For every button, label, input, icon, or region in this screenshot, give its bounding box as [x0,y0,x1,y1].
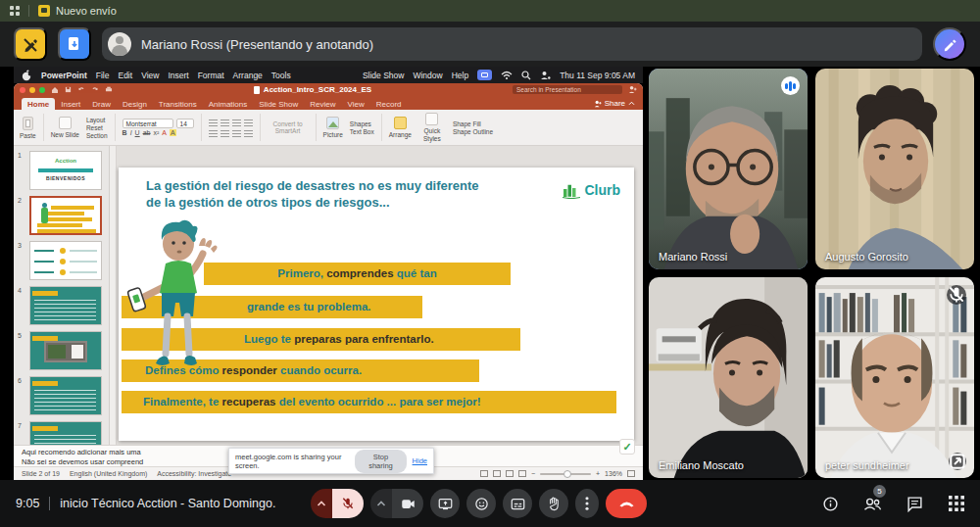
video-tile-mariano[interactable]: Mariano Rossi [649,69,808,269]
shape-outline-button[interactable]: Shape Outline [453,128,493,135]
more-options-button[interactable] [575,489,599,518]
mic-options-button[interactable] [311,489,332,518]
thumbnail-text-lines [34,435,96,445]
quick-styles-button[interactable]: Quick Styles [418,113,446,141]
slide-thumbnail-6[interactable]: 6 [18,376,106,415]
camera-toggle-button[interactable] [392,489,423,518]
vertical-ruler [110,146,117,445]
ribbon-tab-review[interactable]: Review [304,98,341,110]
speaking-indicator-icon [781,76,800,95]
ribbon-tab-design[interactable]: Design [117,98,153,110]
raise-hand-button[interactable] [539,489,568,518]
sorter-view-icon[interactable] [493,470,501,477]
camera-options-button[interactable] [370,489,392,518]
ribbon-tab-record[interactable]: Record [370,98,408,110]
section-button[interactable]: Section [86,132,108,139]
font-size-select[interactable]: 14 [176,119,194,128]
convert-smartart-button[interactable]: Convert to SmartArt [268,120,309,134]
presenter-pill[interactable]: Mariano Rossi (Presentando y anotando) [102,27,922,61]
mic-mute-button[interactable] [332,489,364,518]
meeting-details-button[interactable] [820,494,840,513]
ribbon-tab-transitions[interactable]: Transitions [153,98,203,110]
mac-menu-help[interactable]: Help [452,71,468,80]
ppt-body: 1AcctionBIENVENIDOS234567 La gestión del… [14,146,643,445]
mac-menu-tools[interactable]: Tools [271,71,291,80]
normal-view-icon[interactable] [480,470,488,477]
mac-menu-insert[interactable]: Insert [168,71,188,80]
ribbon-tab-animations[interactable]: Animations [203,98,254,110]
zoom-in-button[interactable]: + [596,470,600,477]
slide-thumbnail-4[interactable]: 4 [18,286,106,325]
mac-menu-view[interactable]: View [141,71,159,80]
paste-button[interactable]: Paste [20,117,36,139]
present-doc-button[interactable] [58,27,91,61]
font-name-select[interactable]: Montserrat [122,119,173,128]
apps-grid-icon[interactable] [10,6,20,16]
hide-toast-link[interactable]: Hide [413,456,427,465]
reactions-button[interactable] [466,489,496,518]
layout-group: Layout Reset Section [86,117,108,139]
mac-menu-slide-show[interactable]: Slide Show [363,71,405,80]
user-menu-icon[interactable] [540,71,551,80]
mac-menu-file[interactable]: File [96,71,110,80]
video-tile-emiliano[interactable]: Emiliano Moscato [649,277,808,478]
chat-button[interactable] [905,494,924,513]
mac-menu-edit[interactable]: Edit [118,71,132,80]
participants-button[interactable]: 5 [862,494,882,513]
ribbon-tab-insert[interactable]: Insert [55,98,86,110]
mac-menu-left: PowerPointFileEditViewInsertFormatArrang… [41,71,291,80]
accessibility-label[interactable]: Accessibility: Investigate [157,470,231,477]
thumbnail-step-label [34,271,54,273]
slide-thumbnail-5[interactable]: 5 [18,331,106,370]
ribbon-tab-view[interactable]: View [342,98,370,110]
quick-access-toolbar[interactable] [51,86,113,94]
shape-fill-button[interactable]: Shape Fill [453,120,481,127]
layout-button[interactable]: Layout [86,117,106,123]
reading-view-icon[interactable] [506,470,514,477]
spotlight-search-icon[interactable] [521,71,531,80]
new-slide-button[interactable]: New Slide [51,117,79,138]
ribbon-tab-slide-show[interactable]: Slide Show [253,98,304,110]
video-tile-augusto[interactable]: Augusto Gorosito [815,69,974,269]
end-call-button[interactable] [606,489,647,518]
wifi-icon[interactable] [501,71,513,80]
arrange-button[interactable]: Arrange [389,117,412,138]
language-label[interactable]: English (United Kingdom) [70,470,147,477]
font-format-buttons[interactable]: BIUabx²AA [122,129,176,136]
mac-menu-format[interactable]: Format [198,71,224,80]
zoom-slider[interactable] [540,473,591,475]
slide-thumbnail-2[interactable]: 2 [18,196,106,235]
annotation-off-button[interactable] [14,27,47,61]
mac-menu-arrange[interactable]: Arrange [233,71,263,80]
paragraph-group[interactable] [209,118,253,138]
activities-button[interactable] [947,494,966,513]
annotation-tools-button[interactable] [933,27,966,61]
slide-thumbnail-3[interactable]: 3 [18,241,106,280]
picture-in-picture-icon[interactable] [949,453,966,470]
present-screen-button[interactable] [430,489,460,518]
picture-button[interactable]: Picture [323,117,343,138]
ribbon-tab-draw[interactable]: Draw [86,98,117,110]
screen-share-indicator-icon[interactable] [477,70,492,80]
video-tile-peter[interactable]: peter sundheimer [815,277,974,478]
mac-menu-powerpoint[interactable]: PowerPoint [41,71,87,80]
slideshow-view-icon[interactable] [518,470,526,477]
browser-tab[interactable]: Nuevo envío [38,5,117,17]
presentation-search-input[interactable] [513,85,622,94]
captions-button[interactable] [503,489,532,518]
slide-thumbnail-7[interactable]: 7 [18,421,106,445]
share-user-icon[interactable] [628,85,637,94]
window-traffic-lights[interactable] [20,87,45,93]
shapes-button[interactable]: Shapes [350,120,371,127]
ribbon-tab-home[interactable]: Home [22,98,55,110]
zoom-out-button[interactable]: − [531,470,535,477]
stop-sharing-button[interactable]: Stop sharing [355,450,406,473]
share-button[interactable]: Share [594,99,635,110]
reset-button[interactable]: Reset [86,124,103,131]
slide-thumbnail-1[interactable]: 1AcctionBIENVENIDOS [18,151,106,190]
textbox-button[interactable]: Text Box [350,128,374,135]
captions-icon [511,498,525,510]
mac-menu-window[interactable]: Window [413,71,442,80]
slide-canvas[interactable]: La gestión del riesgo de desastres no es… [119,168,634,441]
fit-window-icon[interactable] [627,470,635,477]
